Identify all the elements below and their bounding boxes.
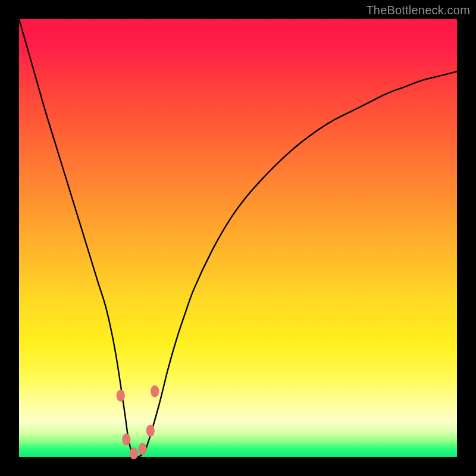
bottleneck-curve — [19, 19, 457, 457]
curve-marker — [130, 447, 138, 459]
curve-marker — [146, 425, 155, 437]
chart-frame: TheBottleneck.com — [0, 0, 476, 476]
curve-marker — [139, 443, 147, 455]
chart-overlay — [19, 19, 457, 457]
curve-marker — [117, 390, 125, 402]
watermark-text: TheBottleneck.com — [366, 4, 470, 17]
curve-marker — [122, 434, 130, 446]
curve-marker — [151, 386, 159, 397]
curve-markers — [117, 386, 159, 460]
